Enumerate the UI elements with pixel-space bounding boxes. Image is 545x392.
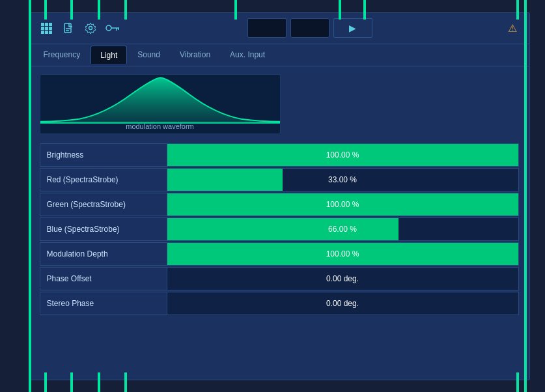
pin-top-3 (98, 0, 100, 20)
pin-right-side (524, 0, 527, 392)
svg-rect-3 (41, 27, 44, 30)
param-value-stereo-phase: 0.00 deg. (167, 299, 518, 308)
top-bar: ▶ ⚠ (29, 13, 529, 44)
alert-icon[interactable]: ⚠ (503, 19, 522, 37)
param-bar-green-spectrastrobe[interactable]: 100.00 % (167, 193, 519, 216)
main-panel: ▶ ⚠ Frequency Light Sound Vibration (29, 12, 530, 380)
pin-top-2 (70, 0, 73, 20)
tab-sound[interactable]: Sound (128, 46, 169, 64)
key-icon[interactable] (104, 19, 122, 37)
content-area: modulation waveform Brightness100.00 %Re… (29, 66, 529, 324)
pin-top-mid-1 (234, 0, 237, 20)
pin-top-right-1 (516, 0, 519, 20)
svg-point-14 (106, 25, 111, 31)
param-label-blue-spectrastrobe: Blue (SpectraStrobe) (40, 217, 167, 241)
param-label-red-spectrastrobe: Red (SpectraStrobe) (40, 168, 167, 191)
param-row-stereo-phase[interactable]: Stereo Phase0.00 deg. (40, 292, 519, 315)
param-bar-phase-offset[interactable]: 0.00 deg. (167, 267, 519, 290)
play-icon: ▶ (349, 23, 356, 33)
param-row-modulation-depth[interactable]: Modulation Depth100.00 % (40, 242, 519, 266)
waveform-label: modulation waveform (126, 122, 194, 130)
param-value-phase-offset: 0.00 deg. (167, 274, 518, 283)
param-label-stereo-phase: Stereo Phase (40, 292, 167, 315)
svg-rect-6 (41, 31, 44, 34)
svg-rect-7 (45, 31, 48, 34)
param-bar-stereo-phase[interactable]: 0.00 deg. (167, 292, 519, 315)
svg-rect-0 (41, 23, 44, 26)
svg-rect-2 (49, 23, 52, 26)
tab-light[interactable]: Light (91, 46, 127, 64)
param-row-red-spectrastrobe[interactable]: Red (SpectraStrobe)33.00 % (40, 168, 519, 191)
svg-rect-8 (49, 31, 52, 34)
param-row-phase-offset[interactable]: Phase Offset0.00 deg. (40, 267, 519, 290)
param-value-brightness: 100.00 % (167, 150, 518, 160)
param-label-green-spectrastrobe: Green (SpectraStrobe) (40, 193, 167, 216)
param-label-brightness: Brightness (40, 143, 167, 167)
param-row-green-spectrastrobe[interactable]: Green (SpectraStrobe)100.00 % (40, 193, 519, 216)
tab-frequency[interactable]: Frequency (35, 46, 90, 64)
param-bar-brightness[interactable]: 100.00 % (167, 143, 519, 167)
svg-rect-4 (45, 27, 48, 30)
pin-bottom-right-1 (516, 372, 519, 392)
file-icon[interactable] (59, 19, 77, 37)
pin-left-side (29, 0, 31, 392)
top-bar-button-2[interactable] (290, 18, 329, 38)
param-label-modulation-depth: Modulation Depth (40, 242, 167, 266)
params-container: Brightness100.00 %Red (SpectraStrobe)33.… (40, 143, 519, 316)
param-value-green-spectrastrobe: 100.00 % (167, 200, 518, 209)
svg-rect-9 (64, 23, 71, 33)
pin-bottom-4 (124, 372, 127, 392)
param-bar-blue-spectrastrobe[interactable]: 66.00 % (167, 217, 519, 241)
pin-top-1 (44, 0, 47, 20)
tab-aux-input[interactable]: Aux. Input (221, 46, 274, 64)
svg-rect-5 (49, 27, 52, 30)
pin-top-4 (124, 0, 127, 20)
pin-bottom-2 (70, 372, 73, 392)
waveform-display: modulation waveform (40, 74, 281, 134)
play-button[interactable]: ▶ (333, 18, 372, 38)
app-background: ▶ ⚠ Frequency Light Sound Vibration (0, 0, 545, 392)
waveform-svg (40, 75, 280, 124)
param-bar-modulation-depth[interactable]: 100.00 % (167, 242, 519, 266)
pin-top-mid-3 (363, 0, 366, 20)
svg-rect-1 (45, 23, 48, 26)
pin-bottom-1 (44, 372, 47, 392)
top-bar-button-1[interactable] (247, 18, 286, 38)
param-value-blue-spectrastrobe: 66.00 % (167, 225, 518, 234)
grid-icon[interactable] (37, 19, 55, 37)
pin-bottom-3 (98, 372, 100, 392)
param-label-phase-offset: Phase Offset (40, 267, 167, 290)
tab-vibration[interactable]: Vibration (171, 46, 219, 64)
param-value-modulation-depth: 100.00 % (167, 249, 518, 259)
tab-bar: Frequency Light Sound Vibration Aux. Inp… (29, 44, 529, 66)
pin-top-mid-2 (339, 0, 341, 20)
settings-icon[interactable] (81, 19, 100, 37)
param-row-brightness[interactable]: Brightness100.00 % (40, 143, 519, 167)
param-value-red-spectrastrobe: 33.00 % (167, 175, 518, 184)
param-row-blue-spectrastrobe[interactable]: Blue (SpectraStrobe)66.00 % (40, 217, 519, 241)
param-bar-red-spectrastrobe[interactable]: 33.00 % (167, 168, 519, 191)
